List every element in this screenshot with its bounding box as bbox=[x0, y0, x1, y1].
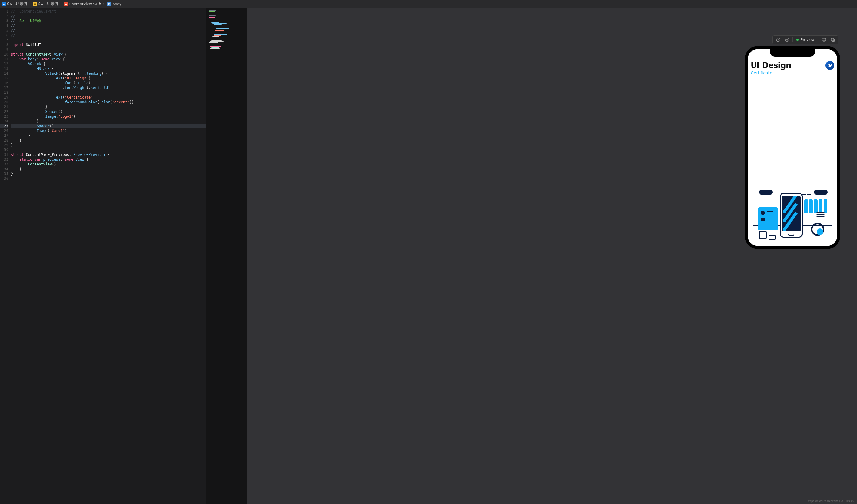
code-line[interactable]: struct ContentView: View { bbox=[11, 52, 206, 57]
proj-icon: ◆ bbox=[2, 2, 6, 6]
line-number: 7 bbox=[0, 38, 9, 42]
folder-icon: ▣ bbox=[33, 2, 37, 6]
breadcrumb-item[interactable]: ◆SwiftUI示例 bbox=[2, 1, 27, 6]
code-line[interactable]: Text("UI Design") bbox=[11, 76, 206, 81]
code-line[interactable]: import SwiftUI bbox=[11, 42, 206, 47]
line-number: 32 bbox=[0, 157, 9, 162]
code-line[interactable]: VStack(alignment: .leading) { bbox=[11, 71, 206, 76]
code-body[interactable]: // ContentView.swift//// SwiftUI示例//////… bbox=[11, 8, 206, 504]
line-number: 8 bbox=[0, 42, 9, 47]
line-number: 19 bbox=[0, 95, 9, 100]
line-number: 23 bbox=[0, 114, 9, 119]
svg-rect-4 bbox=[831, 38, 834, 40]
preview-label[interactable]: Preview bbox=[794, 38, 817, 42]
code-line[interactable]: // ContentView.swift bbox=[11, 9, 206, 14]
line-number: 4 bbox=[0, 23, 9, 28]
code-line[interactable] bbox=[11, 47, 206, 52]
watermark-text: https://blog.csdn.net/m0_37508087 bbox=[808, 500, 855, 503]
svg-point-2 bbox=[787, 39, 788, 40]
line-number: 10 bbox=[0, 52, 9, 57]
preview-spacer bbox=[747, 75, 837, 190]
code-line[interactable]: Image("Logo1") bbox=[11, 114, 206, 119]
chevron-right-icon: 〉 bbox=[59, 1, 63, 6]
breadcrumb-label: SwiftUI示例 bbox=[38, 1, 58, 6]
line-number: 24 bbox=[0, 119, 9, 124]
play-icon[interactable] bbox=[774, 36, 782, 43]
workspace: 1234567891011121314151617181920212223242… bbox=[0, 8, 857, 504]
code-line[interactable]: } bbox=[11, 133, 206, 138]
code-line[interactable]: // bbox=[11, 28, 206, 33]
swift-bird-icon bbox=[825, 61, 834, 70]
code-line[interactable]: var body: some View { bbox=[11, 57, 206, 62]
line-number: 29 bbox=[0, 143, 9, 147]
device-icon[interactable] bbox=[820, 36, 827, 43]
line-number: 35 bbox=[0, 171, 9, 176]
code-line[interactable] bbox=[11, 38, 206, 42]
line-number: 17 bbox=[0, 85, 9, 90]
minimap[interactable] bbox=[206, 8, 248, 504]
line-number: 26 bbox=[0, 128, 9, 133]
line-number: 12 bbox=[0, 62, 9, 66]
code-line[interactable]: struct ContentView_Previews: PreviewProv… bbox=[11, 152, 206, 157]
code-line[interactable]: HStack { bbox=[11, 66, 206, 71]
breadcrumb-item[interactable]: ◆ContentView.swift bbox=[64, 2, 101, 6]
code-line[interactable]: Spacer() bbox=[11, 124, 206, 128]
line-number: 25 bbox=[0, 124, 9, 128]
code-line[interactable]: Text("Certificate") bbox=[11, 95, 206, 100]
line-number: 13 bbox=[0, 66, 9, 71]
separator bbox=[818, 37, 819, 42]
line-number: 16 bbox=[0, 81, 9, 85]
code-line[interactable]: ContentView() bbox=[11, 162, 206, 167]
line-number: 27 bbox=[0, 133, 9, 138]
code-line[interactable]: static var previews: some View { bbox=[11, 157, 206, 162]
code-line[interactable] bbox=[11, 90, 206, 95]
svg-rect-3 bbox=[822, 38, 826, 40]
live-icon[interactable] bbox=[784, 36, 791, 43]
code-line[interactable] bbox=[11, 176, 206, 181]
code-line[interactable]: .fontWeight(.semibold) bbox=[11, 85, 206, 90]
separator bbox=[792, 37, 793, 42]
code-line[interactable]: } bbox=[11, 143, 206, 147]
breadcrumb: ◆SwiftUI示例〉▣SwiftUI示例〉◆ContentView.swift… bbox=[0, 0, 857, 8]
code-line[interactable]: } bbox=[11, 119, 206, 124]
breadcrumb-label: SwiftUI示例 bbox=[7, 1, 27, 6]
code-line[interactable]: .foregroundColor(Color("accent")) bbox=[11, 100, 206, 104]
swift-icon: ◆ bbox=[64, 2, 68, 6]
breadcrumb-item[interactable]: Pbody bbox=[107, 2, 122, 6]
code-line[interactable]: .font(.title) bbox=[11, 81, 206, 85]
device-screen: UI Design Certificate bbox=[747, 49, 837, 246]
preview-content: UI Design Certificate bbox=[747, 49, 837, 246]
code-line[interactable]: // bbox=[11, 33, 206, 38]
code-line[interactable]: // bbox=[11, 14, 206, 18]
line-number: 15 bbox=[0, 76, 9, 81]
code-line[interactable] bbox=[11, 147, 206, 152]
code-line[interactable]: } bbox=[11, 171, 206, 176]
preview-toolbar: Preview bbox=[772, 35, 839, 44]
preview-header: UI Design Certificate bbox=[747, 49, 837, 75]
code-editor[interactable]: 1234567891011121314151617181920212223242… bbox=[0, 8, 206, 504]
line-number: 3 bbox=[0, 18, 9, 23]
line-number: 31 bbox=[0, 152, 9, 157]
code-line[interactable]: VStack { bbox=[11, 62, 206, 66]
code-line[interactable]: } bbox=[11, 167, 206, 171]
breadcrumb-item[interactable]: ▣SwiftUI示例 bbox=[33, 1, 58, 6]
line-number: 1 bbox=[0, 9, 9, 14]
duplicate-icon[interactable] bbox=[829, 36, 836, 43]
chevron-right-icon: 〉 bbox=[28, 1, 32, 6]
code-line[interactable]: Spacer() bbox=[11, 109, 206, 114]
line-number: 9 bbox=[0, 47, 9, 52]
prop-icon: P bbox=[107, 2, 112, 6]
line-number: 30 bbox=[0, 147, 9, 152]
preview-subtitle: Certificate bbox=[751, 70, 791, 75]
line-number: 36 bbox=[0, 176, 9, 181]
line-number: 11 bbox=[0, 57, 9, 62]
code-line[interactable]: // SwiftUI示例 bbox=[11, 18, 206, 23]
line-number: 22 bbox=[0, 109, 9, 114]
code-line[interactable]: // bbox=[11, 23, 206, 28]
code-line[interactable]: } bbox=[11, 104, 206, 109]
preview-pane: Preview UI Design Certificate bbox=[248, 8, 857, 504]
line-number: 28 bbox=[0, 138, 9, 143]
code-line[interactable]: } bbox=[11, 138, 206, 143]
line-number: 5 bbox=[0, 28, 9, 33]
code-line[interactable]: Image("Card1") bbox=[11, 128, 206, 133]
